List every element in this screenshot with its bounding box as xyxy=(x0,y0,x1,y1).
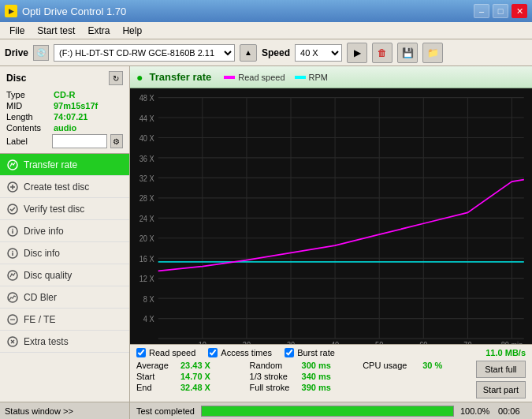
svg-text:16 X: 16 X xyxy=(140,254,154,264)
disc-info-icon xyxy=(6,247,19,260)
minimize-button[interactable]: – xyxy=(474,4,489,18)
nav-drive-info-label: Drive info xyxy=(24,226,64,237)
start-row: Start 14.70 X xyxy=(136,372,244,381)
window-title: Opti Drive Control 1.70 xyxy=(22,6,126,17)
nav-disc-info[interactable]: Disc info xyxy=(0,242,129,264)
disc-length-value: 74:07.21 xyxy=(54,112,87,122)
disc-header: Disc ↻ xyxy=(6,71,123,85)
disc-contents-value: audio xyxy=(54,123,76,133)
maximize-button[interactable]: □ xyxy=(493,4,508,18)
erase-button[interactable]: 🗑 xyxy=(372,43,392,63)
chart-icon: ● xyxy=(136,71,143,84)
burst-rate-value-row: 11.0 MB/s xyxy=(485,348,526,357)
transfer-rate-icon xyxy=(6,159,19,171)
read-speed-checkbox[interactable] xyxy=(136,348,146,357)
status-right: Test completed 100.0% 00:06 xyxy=(130,406,532,417)
nav-create-test-disc[interactable]: Create test disc xyxy=(0,176,129,198)
burst-rate-checkbox-item: Burst rate xyxy=(285,348,335,357)
nav-disc-quality[interactable]: Disc quality xyxy=(0,264,129,286)
right-panel: ● Transfer rate Read speed RPM xyxy=(130,66,532,402)
disc-length-row: Length 74:07.21 xyxy=(6,112,123,122)
cd-bler-icon xyxy=(6,291,19,304)
nav-fe-te-label: FE / TE xyxy=(24,314,55,325)
nav-verify-test-disc-label: Verify test disc xyxy=(24,204,84,215)
start-value: 14.70 X xyxy=(180,372,220,381)
nav-cd-bler[interactable]: CD Bler xyxy=(0,286,129,309)
burst-rate-checkbox-label: Burst rate xyxy=(297,348,335,357)
nav-verify-test-disc[interactable]: Verify test disc xyxy=(0,198,129,220)
stroke13-row: 1/3 stroke 340 ms xyxy=(250,372,357,381)
verify-test-disc-icon xyxy=(6,203,19,215)
titlebar: ▶ Opti Drive Control 1.70 – □ ✕ xyxy=(0,0,532,22)
extra-tests-icon xyxy=(6,335,19,348)
end-label: End xyxy=(136,383,176,392)
drive-label: Drive xyxy=(5,47,28,58)
svg-text:32 X: 32 X xyxy=(140,174,154,183)
access-times-checkbox-item: Access times xyxy=(208,348,272,357)
disc-label-input[interactable] xyxy=(52,134,107,148)
drive-icon: 💿 xyxy=(33,45,49,61)
disc-label-row: Label ⚙ xyxy=(6,134,123,148)
save-button[interactable]: 📁 xyxy=(422,43,443,63)
speed-select[interactable]: 40 X xyxy=(295,44,342,62)
rpm-color xyxy=(295,76,306,79)
menubar: File Start test Extra Help xyxy=(0,22,532,39)
menu-start-test[interactable]: Start test xyxy=(31,24,81,38)
disc-label-label: Label xyxy=(6,137,49,146)
time-text: 00:06 xyxy=(498,406,526,416)
end-value: 32.48 X xyxy=(180,383,220,392)
average-value: 23.43 X xyxy=(180,361,220,370)
svg-point-7 xyxy=(12,228,13,230)
legend-read-speed: Read speed xyxy=(224,73,285,82)
start-full-button[interactable]: Start full xyxy=(476,361,526,378)
access-times-checkbox[interactable] xyxy=(208,348,218,357)
nav-drive-info[interactable]: Drive info xyxy=(0,220,129,242)
svg-text:12 X: 12 X xyxy=(140,275,154,284)
drive-eject-button[interactable]: ▲ xyxy=(240,44,257,62)
main: Disc ↻ Type CD-R MID 97m15s17f Length 74… xyxy=(0,66,532,402)
read-speed-label: Read speed xyxy=(238,73,285,82)
menu-file[interactable]: File xyxy=(3,24,31,38)
stat-group-1: Average 23.43 X Start 14.70 X End 32.48 … xyxy=(136,361,244,392)
disc-refresh-button[interactable]: ↻ xyxy=(109,71,123,85)
disc-length-label: Length xyxy=(6,112,54,122)
cpu-label: CPU usage xyxy=(363,361,418,370)
disc-type-value: CD-R xyxy=(54,90,76,99)
svg-point-11 xyxy=(8,271,17,280)
speed-label: Speed xyxy=(262,47,290,58)
progress-text: 100.0% xyxy=(460,406,492,416)
status-window-button[interactable]: Status window >> xyxy=(0,402,130,419)
fullstroke-value: 390 ms xyxy=(302,383,341,392)
nav-create-test-disc-label: Create test disc xyxy=(24,181,89,193)
status-window-label: Status window >> xyxy=(5,406,73,416)
menu-extra[interactable]: Extra xyxy=(81,24,116,38)
statusbar: Status window >> Test completed 100.0% 0… xyxy=(0,402,532,419)
nav-transfer-rate[interactable]: Transfer rate xyxy=(0,154,129,176)
svg-text:50: 50 xyxy=(375,340,384,344)
drive-select[interactable]: (F:) HL-DT-ST CD-RW GCE-8160B 2.11 xyxy=(54,44,235,62)
nav-extra-tests-label: Extra tests xyxy=(24,336,69,347)
stat-group-3: CPU usage 30 % xyxy=(363,361,470,370)
nav-transfer-rate-label: Transfer rate xyxy=(24,159,77,170)
disc-mid-row: MID 97m15s17f xyxy=(6,101,123,110)
start-part-button[interactable]: Start part xyxy=(476,381,526,398)
svg-text:40: 40 xyxy=(331,340,340,344)
cpu-value: 30 % xyxy=(422,361,462,370)
nav-extra-tests[interactable]: Extra tests xyxy=(0,331,129,353)
nav-disc-info-label: Disc info xyxy=(24,248,60,259)
close-button[interactable]: ✕ xyxy=(512,4,527,18)
disc-contents-label: Contents xyxy=(6,123,54,133)
svg-text:24 X: 24 X xyxy=(140,214,154,223)
speed-arrow-button[interactable]: ▶ xyxy=(347,43,367,63)
read-speed-checkbox-item: Read speed xyxy=(136,348,195,357)
menu-help[interactable]: Help xyxy=(116,24,148,38)
stroke13-value: 340 ms xyxy=(302,372,341,381)
average-label: Average xyxy=(136,361,176,370)
nav-fe-te[interactable]: FE / TE xyxy=(0,309,129,331)
label-settings-button[interactable]: ⚙ xyxy=(110,134,123,148)
stroke13-label: 1/3 stroke xyxy=(250,372,297,381)
burst-rate-checkbox[interactable] xyxy=(285,348,294,357)
write-button[interactable]: 💾 xyxy=(397,43,418,63)
fullstroke-row: Full stroke 390 ms xyxy=(250,383,357,392)
svg-rect-18 xyxy=(130,88,532,344)
